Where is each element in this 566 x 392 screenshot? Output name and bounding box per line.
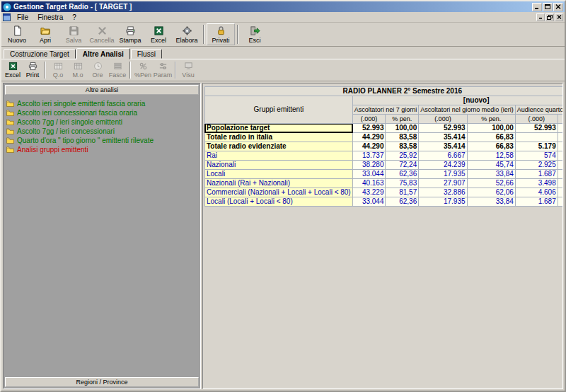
exit-button[interactable]: Esci [241, 23, 269, 45]
cell-value: 2.925 [515, 161, 558, 170]
cell-value: 17.935 [419, 197, 467, 207]
save-button[interactable]: Salva [59, 23, 88, 45]
row-label[interactable]: Rai [205, 151, 353, 161]
toolbar-separator [45, 62, 46, 79]
cell-value: 75,83 [386, 179, 419, 188]
subheader-000: (.000) [515, 115, 558, 124]
folder-icon [6, 146, 14, 153]
cell-value: 45,74 [467, 161, 515, 170]
radio-planner-table: RADIO PLANNER 2° Semestre 2016 Gruppi em… [204, 86, 563, 207]
maximize-button[interactable] [543, 3, 553, 11]
cell-value: 100,00 [467, 124, 515, 133]
cell-value: 17.935 [419, 170, 467, 179]
row-label[interactable]: Locali (Locali + Locali < 80) [205, 197, 353, 207]
excel-export-button[interactable]: Excel [3, 60, 23, 80]
table-subtitle-row: Gruppi emittenti [nuovo] [205, 96, 564, 105]
row-label[interactable]: Nazionali [205, 161, 353, 170]
cell-value: 83,58 [386, 142, 419, 151]
menu-help[interactable]: ? [68, 13, 81, 22]
analysis-list: Ascolto ieri singole emittenti fascia or… [4, 96, 200, 376]
folder-icon [6, 137, 14, 144]
col-group-quarto-dora: Audience quarto d'ora medio [515, 105, 563, 115]
table-row: Commerciali (Nazionali + Locali + Locali… [205, 188, 564, 197]
tab-altre-analisi[interactable]: Altre Analisi [76, 48, 130, 59]
table-subtitle: [nuovo] [352, 96, 563, 105]
tab-bar: Costruzione Target Altre Analisi Flussi [1, 47, 565, 59]
process-button[interactable]: Elabora [173, 23, 201, 45]
document-icon[interactable] [3, 13, 11, 21]
table-title: RADIO PLANNER 2° Semestre 2016 [205, 87, 564, 96]
cell-value: 100,00 [386, 124, 419, 133]
sidebar-item-ascolto-ieri-singole[interactable]: Ascolto ieri singole emittenti fascia or… [5, 99, 199, 108]
open-folder-icon [40, 25, 51, 36]
grid-icon [74, 62, 83, 71]
row-label[interactable]: Totale radio evidenziate [205, 142, 353, 151]
print-view-button[interactable]: Print [23, 60, 42, 80]
table-row: Nazionali 38.280 72,24 24.239 45,74 2.92… [205, 161, 564, 170]
mdi-restore-button[interactable] [545, 13, 554, 21]
ore-button[interactable]: Ore [88, 60, 108, 80]
cell-value: 1.687 [515, 197, 558, 207]
sidebar-item-quarto-dora[interactable]: Quarto d'ora " tipo giorno " emittenti r… [5, 136, 199, 145]
open-button[interactable]: Apri [31, 23, 59, 45]
window-title: Gestione Target Radio - [ TARGET ] [13, 3, 530, 11]
cell-value: 40.163 [352, 179, 386, 188]
tab-costruzione-target[interactable]: Costruzione Target [4, 49, 76, 59]
sidebar-item-ascolto-7gg-singole[interactable]: Ascolto 7gg / ieri singole emittenti [5, 117, 199, 127]
param-button[interactable]: Param [153, 60, 173, 80]
mdi-minimize-button[interactable] [536, 13, 545, 21]
button-label: Fasce [109, 71, 127, 79]
fasce-button[interactable]: Fasce [108, 60, 127, 80]
cell-value: 62,36 [386, 170, 419, 179]
subheader-pen: % pen. [558, 115, 563, 124]
cell-value: 72,24 [386, 161, 419, 170]
cell-value: 25,92 [386, 151, 419, 161]
row-label[interactable]: Popolazione target [205, 124, 353, 133]
button-label: M.o [72, 71, 83, 79]
cell-value: 62,36 [386, 197, 419, 207]
table-row: Popolazione target 52.993 100,00 52.993 … [205, 124, 564, 133]
cell-value: 4.606 [515, 188, 558, 197]
sidebar-title-label: Altre analisi [86, 86, 119, 93]
folder-icon [6, 100, 14, 107]
mo-button[interactable]: M.o [68, 60, 88, 80]
secondary-toolbar: Excel Print Q.o M.o Ore Fasce %Pen [1, 59, 565, 81]
tab-flussi[interactable]: Flussi [131, 49, 162, 59]
qo-button[interactable]: Q.o [48, 60, 68, 80]
minimize-button[interactable] [532, 3, 542, 11]
sidebar-item-ascolto-7gg-concessionari[interactable]: Ascolto 7gg / ieri concessionari [5, 127, 199, 136]
button-label: Visu [182, 71, 194, 79]
cell-value: 27.907 [419, 179, 467, 188]
excel-button[interactable]: Excel [144, 23, 173, 45]
menu-finestra[interactable]: Finestra [33, 13, 67, 22]
row-label[interactable]: Totale radio in italia [205, 133, 353, 142]
percent-pen-button[interactable]: %Pen [133, 60, 153, 80]
sidebar-item-ascolto-ieri-concessionari[interactable]: Ascolto ieri concessionari fascia oraria [5, 108, 199, 117]
mdi-close-button[interactable] [555, 13, 563, 21]
button-label: Esci [248, 37, 260, 44]
delete-icon [97, 25, 108, 36]
cell-value [515, 133, 558, 142]
row-label[interactable]: Nazionali (Rai + Nazionali) [205, 179, 353, 188]
row-label[interactable]: Locali [205, 170, 353, 179]
regioni-province-label: Regioni / Province [76, 379, 127, 386]
private-button[interactable]: Privati [207, 23, 235, 45]
close-button[interactable] [553, 3, 563, 11]
cell-value: 9,77 [558, 142, 563, 151]
new-document-icon [12, 25, 23, 36]
regioni-province-bar[interactable]: Regioni / Province [5, 377, 199, 387]
new-button[interactable]: Nuovo [3, 23, 31, 45]
visu-button[interactable]: Visu [178, 60, 198, 80]
toolbar-separator [203, 25, 204, 44]
sidebar-item-analisi-gruppi-emittenti[interactable]: Analisi gruppi emittenti [5, 145, 199, 154]
cell-value [558, 133, 563, 142]
print-button[interactable]: Stampa [116, 23, 144, 45]
delete-button[interactable]: Cancella [88, 23, 116, 45]
save-icon [69, 25, 79, 36]
cell-value: 8,69 [558, 188, 563, 197]
button-label: Excel [151, 37, 166, 44]
row-label[interactable]: Commerciali (Nazionali + Locali + Locali… [205, 188, 353, 197]
menu-file[interactable]: File [13, 13, 33, 22]
folder-icon [6, 119, 14, 125]
main-panel: RADIO PLANNER 2° Semestre 2016 Gruppi em… [202, 83, 563, 389]
